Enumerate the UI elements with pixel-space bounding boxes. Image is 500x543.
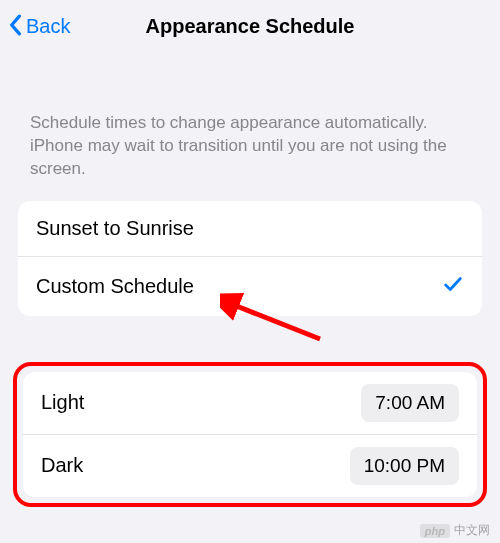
light-time-row: Light 7:00 AM	[23, 372, 477, 434]
option-custom-schedule[interactable]: Custom Schedule	[18, 256, 482, 316]
back-label: Back	[26, 15, 70, 38]
time-settings-group: Light 7:00 AM Dark 10:00 PM	[23, 372, 477, 497]
option-sunset-to-sunrise[interactable]: Sunset to Sunrise	[18, 201, 482, 256]
light-time-button[interactable]: 7:00 AM	[361, 384, 459, 422]
checkmark-icon	[442, 273, 464, 300]
dark-label: Dark	[41, 454, 83, 477]
section-description: Schedule times to change appearance auto…	[0, 52, 500, 201]
light-label: Light	[41, 391, 84, 414]
schedule-options-group: Sunset to Sunrise Custom Schedule	[18, 201, 482, 316]
watermark-badge: php	[420, 524, 450, 538]
watermark: php 中文网	[420, 522, 490, 539]
chevron-left-icon	[8, 14, 24, 38]
dark-time-row: Dark 10:00 PM	[23, 434, 477, 497]
back-button[interactable]: Back	[8, 14, 70, 38]
option-label: Custom Schedule	[36, 275, 194, 298]
watermark-text: 中文网	[454, 522, 490, 539]
option-label: Sunset to Sunrise	[36, 217, 194, 240]
dark-time-button[interactable]: 10:00 PM	[350, 447, 459, 485]
annotation-highlight-box: Light 7:00 AM Dark 10:00 PM	[13, 362, 487, 507]
page-title: Appearance Schedule	[146, 15, 355, 38]
navigation-bar: Back Appearance Schedule	[0, 0, 500, 52]
